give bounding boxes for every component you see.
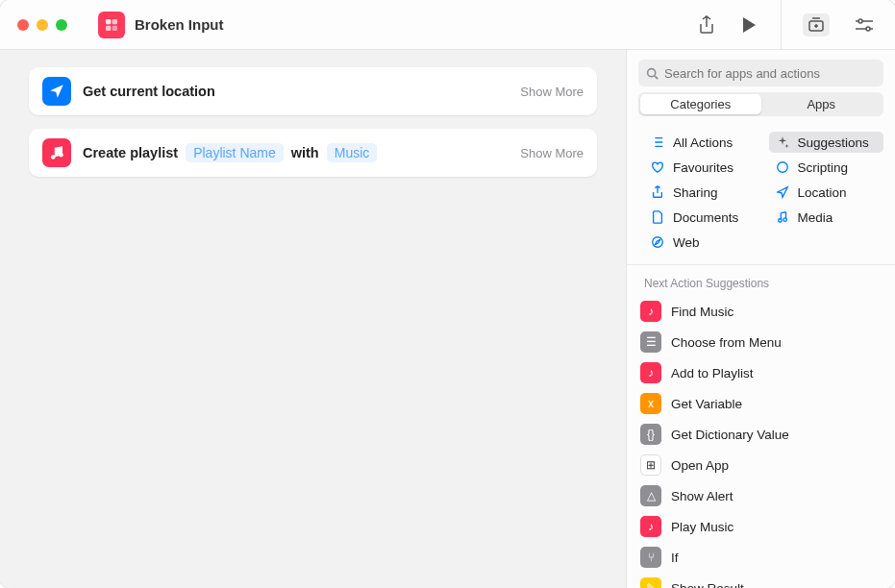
category-label: Location (798, 185, 847, 200)
category-favourites[interactable]: Favourites (644, 157, 759, 178)
category-documents[interactable]: Documents (644, 207, 759, 228)
svg-point-9 (648, 68, 656, 76)
library-toggle-button[interactable] (803, 13, 830, 37)
list-icon (650, 135, 665, 150)
category-label: Favourites (673, 160, 733, 175)
media-icon (775, 209, 790, 225)
suggestion-icon: x (640, 393, 661, 414)
tab-apps[interactable]: Apps (761, 94, 883, 114)
suggestion-item[interactable]: {}Get Dictionary Value (627, 419, 895, 450)
suggestion-label: If (671, 551, 679, 565)
window-title: Broken Input (135, 16, 224, 33)
close-window-button[interactable] (17, 19, 29, 31)
suggestion-item[interactable]: ♪Find Music (627, 296, 895, 327)
svg-rect-0 (106, 19, 111, 24)
action-content: Get current location (83, 84, 215, 99)
scripting-icon (775, 159, 790, 175)
suggestion-item[interactable]: ✎Show Result (627, 573, 895, 588)
action-title: Get current location (83, 84, 215, 99)
suggestion-item[interactable]: ♪Play Music (627, 511, 895, 542)
svg-point-11 (778, 219, 782, 223)
share-button[interactable] (696, 14, 717, 36)
param-token[interactable]: Music (327, 143, 378, 162)
shortcut-app-icon (98, 12, 125, 38)
svg-point-8 (59, 153, 63, 158)
suggestion-item[interactable]: ♪Add to Playlist (627, 357, 895, 388)
suggestion-label: Show Result (671, 581, 744, 589)
category-location[interactable]: Location (769, 182, 884, 203)
category-label: Suggestions (798, 135, 869, 150)
search-actions-field[interactable] (638, 60, 883, 86)
svg-point-12 (783, 218, 786, 222)
category-label: Scripting (798, 160, 849, 175)
run-button[interactable] (738, 14, 759, 36)
category-all-actions[interactable]: All Actions (644, 132, 759, 153)
param-text: with (291, 145, 319, 160)
category-media[interactable]: Media (769, 207, 884, 228)
suggestion-item[interactable]: ⊞Open App (627, 450, 895, 480)
suggestion-icon: {} (640, 424, 661, 445)
suggestion-label: Add to Playlist (671, 366, 754, 380)
workflow-canvas[interactable]: Get current locationShow MoreCreate play… (0, 50, 626, 588)
category-label: Web (673, 235, 700, 250)
action-card[interactable]: Get current locationShow More (29, 67, 597, 115)
suggestion-icon: ⑂ (640, 547, 661, 568)
svg-rect-3 (112, 25, 117, 30)
param-token[interactable]: Playlist Name (186, 143, 284, 162)
toolbar-divider (781, 0, 782, 50)
svg-rect-1 (112, 19, 117, 24)
action-content: Create playlistPlaylist NamewithMusic (83, 143, 377, 162)
suggestion-label: Find Music (671, 305, 733, 319)
settings-toggle-button[interactable] (851, 13, 878, 37)
search-input[interactable] (664, 66, 876, 81)
document-icon (650, 209, 665, 225)
category-label: Sharing (673, 185, 718, 200)
suggestion-icon: ☰ (640, 331, 661, 353)
category-label: Documents (673, 210, 738, 225)
suggestion-icon: ♪ (640, 362, 661, 383)
show-more-button[interactable]: Show More (510, 85, 584, 99)
location-arrow-icon (42, 77, 71, 106)
category-web[interactable]: Web (644, 232, 759, 253)
sparkle-icon (775, 135, 790, 150)
suggestion-item[interactable]: ☰Choose from Menu (627, 327, 895, 357)
svg-point-6 (866, 27, 870, 31)
suggestion-icon: ♪ (640, 516, 661, 537)
safari-icon (650, 234, 665, 250)
heart-icon (650, 159, 665, 175)
suggestion-label: Show Alert (671, 489, 733, 503)
share-up-icon (650, 184, 665, 200)
location-icon (775, 184, 790, 200)
action-library-sidebar: Categories Apps All ActionsSuggestionsFa… (626, 50, 895, 588)
suggestion-label: Choose from Menu (671, 335, 782, 350)
suggestion-icon: ✎ (640, 577, 661, 588)
suggestion-label: Get Dictionary Value (671, 428, 789, 442)
tab-categories[interactable]: Categories (640, 94, 761, 114)
svg-point-5 (858, 19, 862, 23)
suggestion-icon: ♪ (640, 301, 661, 322)
category-sharing[interactable]: Sharing (644, 182, 759, 203)
action-card[interactable]: Create playlistPlaylist NamewithMusicSho… (29, 129, 597, 177)
suggestion-item[interactable]: xGet Variable (627, 388, 895, 419)
music-note-icon (42, 138, 71, 167)
suggestion-label: Get Variable (671, 397, 742, 411)
suggestion-item[interactable]: ⑂If (627, 542, 895, 573)
svg-point-7 (51, 155, 56, 159)
suggestion-item[interactable]: △Show Alert (627, 480, 895, 511)
svg-rect-10 (776, 160, 789, 174)
library-mode-segmented: Categories Apps (638, 92, 883, 116)
show-more-button[interactable]: Show More (510, 146, 584, 160)
suggestions-header: Next Action Suggestions (627, 273, 895, 296)
action-title: Create playlist (83, 145, 178, 160)
suggestion-icon: △ (640, 485, 661, 506)
zoom-window-button[interactable] (56, 19, 67, 31)
suggestion-label: Play Music (671, 520, 733, 534)
svg-rect-2 (106, 25, 111, 30)
category-scripting[interactable]: Scripting (769, 157, 884, 178)
category-label: Media (798, 210, 833, 225)
suggestion-label: Open App (671, 458, 729, 473)
suggestion-icon: ⊞ (640, 454, 661, 476)
category-suggestions[interactable]: Suggestions (769, 132, 884, 153)
minimize-window-button[interactable] (37, 19, 48, 31)
category-label: All Actions (673, 135, 733, 150)
